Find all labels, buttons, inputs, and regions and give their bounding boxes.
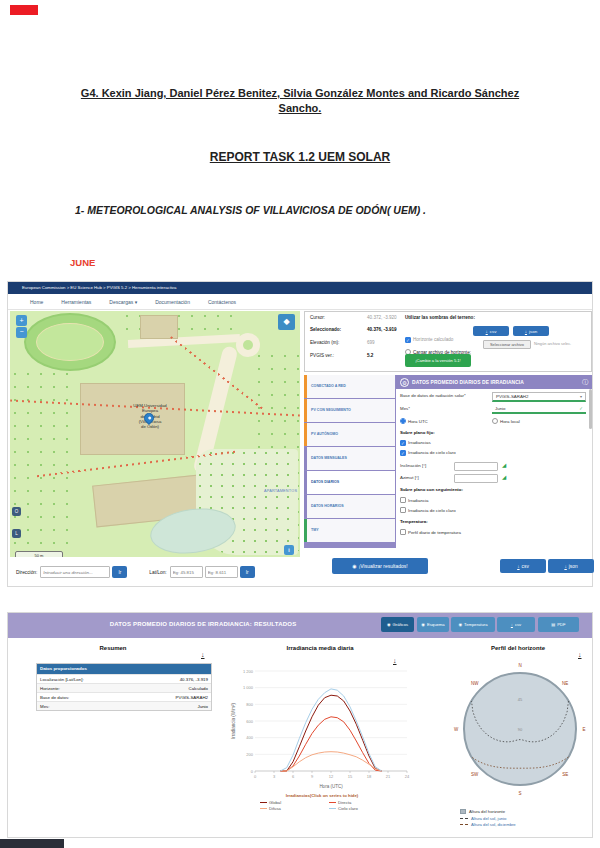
legend-item-sun-december: Altura del sol, diciembre	[460, 822, 590, 827]
irradiance-chart-heading: Irradiancia media diaria	[240, 645, 400, 651]
local-time-radio[interactable]: Hora local	[492, 418, 520, 424]
results-csv-button[interactable]: ↓csv	[500, 559, 546, 573]
map-roundabout	[236, 333, 260, 357]
svg-text:NE: NE	[562, 681, 568, 686]
zoom-in-button[interactable]: +	[16, 315, 27, 326]
horizon-csv-button[interactable]: ↓csv	[473, 326, 509, 336]
menu-item-herramientas[interactable]: Herramientas	[61, 299, 91, 305]
download-icon: ↓	[525, 329, 527, 334]
horizon-download-icon[interactable]: ↓	[578, 651, 582, 658]
legend-item-directa[interactable]: Directa	[329, 800, 398, 805]
results-temperature-button[interactable]: ◉Temperatura	[451, 617, 495, 632]
horizon-chart-heading: Perfil del horizonte	[438, 645, 598, 651]
map-scale: 50 m	[15, 551, 63, 557]
tracking-plane-label: Sobre plano con seguimiento:	[400, 487, 463, 492]
map-layer-l-button[interactable]: L	[12, 529, 21, 538]
results-graphs-button[interactable]: ◉Gráficos	[381, 617, 414, 632]
form-scrollbar[interactable]	[589, 389, 592, 429]
legend-item-global[interactable]: Global	[260, 800, 329, 805]
results-pdf-button[interactable]: ▤PDF	[538, 617, 579, 632]
slope-label: Inclinación [°]	[400, 463, 426, 468]
map-sports-field-inner	[36, 323, 104, 361]
legend-swatch	[460, 824, 468, 825]
summary-table: Datos proporcionados Localización [Lat/L…	[36, 663, 212, 711]
azimuth-label: Azimut [°]	[400, 475, 419, 480]
tab-datos-diarios[interactable]: DATOS DIARIOS	[304, 471, 395, 494]
map-canvas[interactable]: UEM Universidad Europea de Madrid (Villa…	[10, 311, 300, 557]
month-select-label: Mes*	[400, 406, 410, 411]
layers-icon[interactable]: ◆	[278, 314, 295, 330]
menu-item-documentacion[interactable]: Documentación	[155, 299, 190, 305]
svg-text:Irradiancia (W/m²): Irradiancia (W/m²)	[231, 703, 236, 740]
svg-text:SE: SE	[562, 772, 568, 777]
database-select[interactable]: PVGIS-SARAH2▾	[492, 392, 586, 402]
tab-pv-con-seguimiento[interactable]: PV CON SEGUIMIENTO	[304, 399, 395, 422]
legend-item-difusa[interactable]: Difusa	[260, 806, 329, 811]
svg-text:600: 600	[246, 719, 253, 724]
tab-pv-autonomo[interactable]: PV AUTÓNOMO	[304, 423, 395, 446]
results-outline-button[interactable]: ◉Esquema	[417, 617, 449, 632]
svg-text:SW: SW	[471, 772, 479, 777]
clearsky-checkbox[interactable]: ✓Irradiancia de cielo claro	[400, 450, 456, 456]
latlon-go-button[interactable]: Ir	[240, 566, 255, 578]
summary-download-icon[interactable]: ↓	[201, 651, 205, 658]
switch-version-button[interactable]: ¡Cambie a la versión 5.1!	[405, 354, 471, 367]
svg-text:W: W	[454, 727, 459, 732]
tracking-clearsky-checkbox[interactable]: Irradiancia de cielo claro	[400, 507, 456, 513]
results-screenshot: DATOS PROMEDIO DIARIOS DE IRRADIANCIA: R…	[7, 612, 593, 838]
svg-text:400: 400	[246, 735, 253, 740]
file-status: Ningún archivo selec.	[534, 341, 571, 346]
svg-text:NW: NW	[471, 681, 479, 686]
elevation-value: 699	[367, 340, 375, 345]
map-info-button[interactable]: i	[284, 545, 294, 555]
cursor-label: Cursor:	[310, 315, 325, 320]
horizon-json-button[interactable]: ↓json	[513, 326, 549, 336]
results-csv-button[interactable]: ↓csv	[497, 617, 535, 632]
svg-text:S: S	[518, 791, 521, 796]
menu-item-home[interactable]: Home	[30, 299, 43, 305]
map-layer-o-button[interactable]: O	[12, 507, 21, 516]
tab-datos-mensuales[interactable]: DATOS MENSUALES	[304, 447, 395, 470]
menu-item-descargas[interactable]: Descargas ▾	[109, 299, 137, 305]
zoom-out-button[interactable]: −	[16, 327, 27, 338]
temperature-label: Temperatura:	[400, 519, 428, 524]
download-icon: ↓	[486, 329, 488, 334]
table-row: Localización [Lat/Lon]:40.376, -3.919	[37, 674, 211, 683]
menu-item-contactenos[interactable]: Contáctenos	[208, 299, 236, 305]
results-json-button[interactable]: ↓json	[548, 559, 594, 573]
visualize-results-button[interactable]: ◉¡Visualizar resultados!	[332, 558, 428, 574]
legend-swatch	[329, 802, 336, 804]
irradiances-checkbox[interactable]: ✓Irradiancias	[400, 440, 431, 446]
temperature-profile-checkbox[interactable]: Perfil diario de temperatura	[400, 529, 461, 535]
slope-icon[interactable]: ◢	[502, 462, 506, 468]
irradiance-chart: 02004006008001 0001 20003691215182124Hor…	[230, 663, 412, 791]
legend-title: Irradiancias(Click on series to hide)	[246, 793, 398, 798]
tab-tmy[interactable]: TMY	[304, 519, 395, 542]
tab-conectado-a-red[interactable]: CONECTADO A RED	[304, 375, 395, 398]
authors-line: G4. Kexin Jiang, Daniel Pérez Benitez, S…	[78, 86, 522, 116]
info-icon[interactable]: ⓘ	[582, 378, 588, 387]
legend-item-cielo-claro[interactable]: Cielo claro	[329, 806, 398, 811]
chevron-down-icon: ▾	[580, 394, 582, 399]
utc-radio[interactable]: Hora UTC	[400, 418, 428, 424]
azimuth-input[interactable]	[454, 474, 498, 483]
address-go-button[interactable]: Ir	[112, 566, 127, 578]
download-icon: ↓	[564, 564, 566, 569]
address-input[interactable]	[40, 566, 110, 578]
lat-input[interactable]	[170, 566, 203, 578]
lon-input[interactable]	[205, 566, 238, 578]
corner-marker	[10, 5, 38, 15]
tracking-irradiance-checkbox[interactable]: Irradiancia	[400, 497, 429, 503]
slope-input[interactable]	[454, 462, 498, 471]
checkbox-checked-icon: ✓	[400, 440, 406, 446]
month-select[interactable]: Junio✓	[492, 404, 586, 414]
azimuth-icon[interactable]: ◢	[502, 474, 506, 480]
eye-icon: ◉	[352, 563, 356, 569]
check-icon: ✓	[579, 406, 583, 411]
version-value: 5.2	[367, 353, 373, 358]
tab-datos-horarios[interactable]: DATOS HORARIOS	[304, 495, 395, 518]
legend-item-horizon: Altura del horizonte	[460, 809, 590, 814]
checkbox-icon	[400, 497, 406, 503]
svg-text:24: 24	[405, 774, 410, 779]
select-file-button[interactable]: Seleccionar archivo	[483, 340, 531, 349]
